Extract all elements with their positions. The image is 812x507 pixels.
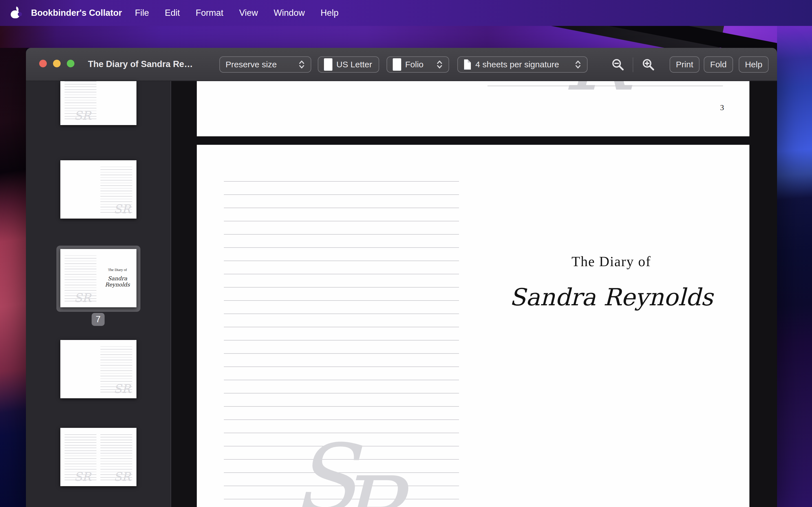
menu-item-format[interactable]: Format — [188, 3, 231, 23]
portrait-page-icon — [324, 58, 333, 71]
page-thumbnail-5[interactable]: SR — [60, 81, 137, 125]
fold-button[interactable]: Fold — [704, 56, 733, 73]
thumb-title-text: The Diary of — [98, 268, 137, 272]
wallpaper-left-band — [0, 48, 26, 507]
preserve-size-popup[interactable]: Preserve size — [219, 56, 311, 73]
menu-bar: Bookbinder's Collator File Edit Format V… — [0, 0, 812, 26]
diary-title-text: The Diary of — [473, 253, 749, 270]
monogram-watermark: SR — [74, 471, 91, 483]
monogram-watermark: SR — [114, 383, 131, 395]
thumbnail-sidebar: SR 5 SR 6 SR — [26, 81, 171, 507]
chevron-up-down-icon — [574, 59, 581, 69]
chevron-up-down-icon — [436, 59, 443, 69]
help-button[interactable]: Help — [739, 56, 769, 73]
selected-thumbnail-badge: 7 — [92, 313, 105, 326]
monogram-watermark: SR — [74, 292, 91, 304]
apple-menu-icon[interactable] — [11, 8, 20, 18]
page-thumbnail-9[interactable]: SR SR — [60, 428, 137, 486]
print-button[interactable]: Print — [670, 56, 700, 73]
window-controls — [39, 60, 74, 67]
preview-spread-current: S R The Diary of Sandra Reynolds — [197, 145, 749, 507]
menu-items: File Edit Format View Window Help — [127, 3, 347, 23]
chevron-up-down-icon — [298, 59, 305, 69]
menu-item-edit[interactable]: Edit — [157, 3, 188, 23]
window-titlebar: The Diary of Sandra Re… Preserve size US… — [26, 48, 777, 81]
paper-size-button[interactable]: US Letter — [318, 56, 379, 73]
preview-spread-partial: R 3 — [197, 81, 749, 136]
menu-item-file[interactable]: File — [127, 3, 157, 23]
preserve-size-label: Preserve size — [225, 60, 277, 69]
monogram-watermark-large: S R — [293, 432, 462, 507]
folded-page-icon — [463, 59, 471, 70]
menu-item-view[interactable]: View — [231, 3, 266, 23]
menu-app-name[interactable]: Bookbinder's Collator — [31, 8, 122, 18]
fold-style-label: Folio — [405, 60, 423, 69]
app-window: The Diary of Sandra Re… Preserve size US… — [26, 48, 777, 507]
portrait-page-icon — [393, 58, 401, 71]
monogram-watermark: SR — [114, 471, 131, 483]
zoom-window-button[interactable] — [67, 60, 74, 67]
script-watermark-fragment: R — [563, 81, 629, 103]
page-thumbnail-7[interactable]: SR The Diary of Sandra Reynolds — [60, 249, 137, 307]
ruled-line — [488, 86, 723, 86]
menu-item-help[interactable]: Help — [313, 3, 347, 23]
wallpaper-right-band — [777, 26, 812, 507]
toolbar-divider — [633, 57, 633, 72]
diary-name-text: Sandra Reynolds — [473, 283, 749, 311]
zoom-out-button[interactable] — [610, 57, 626, 72]
signature-popup[interactable]: 4 sheets per signature — [457, 56, 588, 73]
menu-item-window[interactable]: Window — [266, 3, 313, 23]
monogram-watermark: SR — [74, 110, 91, 122]
monogram-watermark: SR — [114, 203, 131, 215]
zoom-in-button[interactable] — [641, 57, 656, 72]
page-thumbnail-8[interactable]: SR — [60, 340, 137, 398]
magnifier-plus-icon — [642, 58, 656, 72]
page-thumbnail-6[interactable]: SR — [60, 160, 137, 219]
close-button[interactable] — [39, 60, 47, 67]
signature-label: 4 sheets per signature — [475, 60, 559, 69]
magnifier-minus-icon — [611, 58, 625, 72]
page-number: 3 — [702, 103, 724, 112]
fold-style-popup[interactable]: Folio — [387, 56, 449, 73]
paper-size-label: US Letter — [336, 60, 372, 69]
thumb-name-text: Sandra Reynolds — [98, 275, 137, 288]
window-title: The Diary of Sandra Re… — [88, 48, 193, 81]
minimize-button[interactable] — [53, 60, 61, 67]
watermark-letter-r: R — [335, 464, 405, 507]
